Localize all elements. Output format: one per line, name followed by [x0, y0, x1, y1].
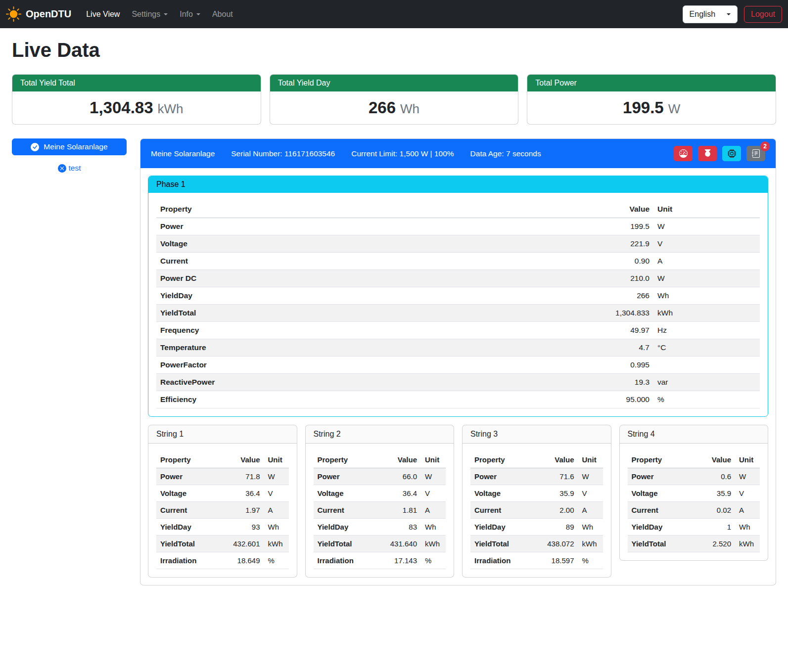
string-card-title: String 2 — [306, 425, 454, 444]
unit-cell: Wh — [653, 287, 760, 305]
card-unit: Wh — [400, 101, 419, 116]
column-property: Property — [156, 451, 217, 468]
property-cell: Temperature — [156, 339, 454, 357]
navbar-right: English Logout — [683, 5, 782, 23]
page-container: Live Data Total Yield Total 1,304.83kWh … — [0, 39, 788, 590]
brand-link[interactable]: OpenDTU — [6, 6, 71, 22]
main-row: Meine Solaranlage test Meine Solaranlage… — [12, 138, 776, 585]
chevron-down-icon — [164, 13, 168, 15]
property-cell: Power — [314, 468, 374, 485]
value-cell: 93 — [217, 519, 264, 536]
table-header-row: Property Value Unit — [156, 201, 760, 218]
table-row: YieldDay 1 Wh — [628, 519, 760, 536]
nav-about[interactable]: About — [208, 6, 237, 23]
value-cell: 71.8 — [217, 468, 264, 485]
table-row: YieldDay 89 Wh — [470, 519, 603, 536]
table-row: Voltage 35.9 V — [470, 485, 603, 502]
logout-button[interactable]: Logout — [744, 6, 782, 23]
column-unit: Unit — [421, 451, 446, 468]
string-card-title: String 3 — [463, 425, 611, 444]
table-row: YieldTotal 432.601 kWh — [156, 536, 289, 552]
value-cell: 36.4 — [373, 485, 421, 502]
value-cell: 210.0 — [454, 270, 653, 287]
column-value: Value — [531, 451, 578, 468]
table-row: Voltage 35.9 V — [628, 485, 760, 502]
gauge-icon — [679, 149, 688, 158]
string-card-1: String 1 Property Value Unit — [148, 425, 297, 578]
string-table: Property Value Unit Power — [470, 451, 603, 569]
column-unit: Unit — [735, 451, 760, 468]
phase-panel: Phase 1 Property Value Unit — [148, 176, 768, 417]
property-cell: YieldDay — [628, 519, 693, 536]
value-cell: 19.3 — [454, 374, 653, 391]
phase-panel-body: Property Value Unit Power — [148, 193, 768, 416]
value-cell: 0.995 — [454, 357, 653, 374]
property-cell: Current — [628, 502, 693, 519]
table-row: Current 1.81 A — [314, 502, 446, 519]
unit-cell: kWh — [653, 305, 760, 322]
property-cell: Power — [628, 468, 693, 485]
table-row: YieldTotal 431.640 kWh — [314, 536, 446, 552]
test-inverter-link[interactable]: test — [12, 164, 127, 173]
total-yield-total-card: Total Yield Total 1,304.83kWh — [12, 74, 261, 125]
nav-info[interactable]: Info — [176, 6, 204, 23]
value-cell: 36.4 — [217, 485, 264, 502]
unit-cell: kWh — [264, 536, 289, 552]
value-cell: 35.9 — [531, 485, 578, 502]
table-row: Power 71.6 W — [470, 468, 603, 485]
inverter-select-button[interactable]: Meine Solaranlage — [12, 138, 127, 155]
value-cell: 18.597 — [531, 552, 578, 569]
power-toggle-button[interactable] — [698, 146, 717, 161]
language-select[interactable]: English — [683, 5, 738, 23]
inverter-name: Meine Solaranlage — [151, 149, 215, 158]
column-property: Property — [628, 451, 693, 468]
table-row: YieldDay 93 Wh — [156, 519, 289, 536]
set-limit-button[interactable] — [674, 146, 693, 161]
inverter-sidebar: Meine Solaranlage test — [12, 138, 127, 173]
string-card-title: String 1 — [148, 425, 297, 444]
value-cell: 71.6 — [531, 468, 578, 485]
property-cell: YieldDay — [470, 519, 531, 536]
nav-live-view[interactable]: Live View — [82, 6, 124, 23]
property-cell: Power — [470, 468, 531, 485]
property-cell: YieldTotal — [470, 536, 531, 552]
value-cell: 49.97 — [454, 322, 653, 339]
string-card-3: String 3 Property Value Unit — [462, 425, 611, 578]
table-row: Current 0.02 A — [628, 502, 760, 519]
table-row: YieldTotal 1,304.833 kWh — [156, 305, 760, 322]
inverter-limit: Current Limit: 1,500 W | 100% — [351, 149, 454, 158]
value-cell: 1.97 — [217, 502, 264, 519]
table-row: Irradiation 17.143 % — [314, 552, 446, 569]
card-body: 266Wh — [270, 91, 518, 124]
card-value: 266 — [369, 98, 396, 117]
column-unit: Unit — [578, 451, 603, 468]
property-cell: Current — [156, 253, 454, 270]
value-cell: 17.143 — [373, 552, 421, 569]
unit-cell: % — [421, 552, 446, 569]
string-card-body: Property Value Unit Power — [148, 444, 297, 577]
value-cell: 1,304.833 — [454, 305, 653, 322]
device-info-button[interactable] — [722, 146, 741, 161]
property-cell: Irradiation — [156, 552, 217, 569]
string-table: Property Value Unit Power — [628, 451, 760, 552]
value-cell: 2.520 — [693, 536, 735, 552]
table-row: YieldTotal 2.520 kWh — [628, 536, 760, 552]
table-row: Power 66.0 W — [314, 468, 446, 485]
property-cell: Voltage — [156, 485, 217, 502]
unit-cell: % — [653, 391, 760, 408]
string-card-title: String 4 — [620, 425, 768, 444]
inverter-card-header: Meine Solaranlage Serial Number: 1161716… — [140, 139, 776, 168]
property-cell: Current — [156, 502, 217, 519]
nav-settings[interactable]: Settings — [128, 6, 172, 23]
value-cell: 83 — [373, 519, 421, 536]
unit-cell: kWh — [735, 536, 760, 552]
column-unit: Unit — [653, 201, 760, 218]
value-cell: 431.640 — [373, 536, 421, 552]
unit-cell: kWh — [421, 536, 446, 552]
table-row: Voltage 221.9 V — [156, 235, 760, 253]
chevron-down-icon — [727, 13, 731, 15]
event-log-button[interactable]: 2 — [746, 146, 765, 161]
table-row: YieldTotal 438.072 kWh — [470, 536, 603, 552]
value-cell: 438.072 — [531, 536, 578, 552]
value-cell: 199.5 — [454, 218, 653, 235]
